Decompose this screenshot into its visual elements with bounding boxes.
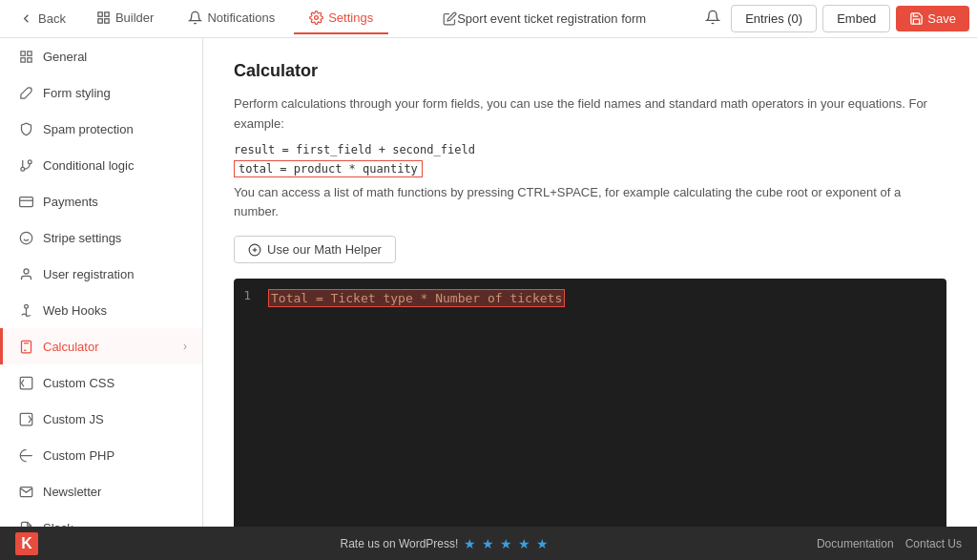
top-nav: Back Builder Notifications Settings Spor… bbox=[0, 0, 977, 38]
sidebar-item-calculator[interactable]: Calculator › bbox=[0, 328, 202, 364]
sidebar-label-form-styling: Form styling bbox=[43, 86, 111, 100]
footer-logo-area: K bbox=[15, 532, 73, 555]
editor-code: Total = Ticket type * Number of tickets bbox=[260, 288, 946, 307]
svg-rect-7 bbox=[20, 57, 24, 61]
sidebar-item-web-hooks[interactable]: Web Hooks bbox=[0, 292, 202, 328]
back-button[interactable]: Back bbox=[8, 7, 77, 31]
main-layout: General Form styling Spam protection Con… bbox=[0, 38, 977, 527]
notifications-tab[interactable]: Notifications bbox=[173, 3, 290, 34]
sidebar-item-spam-protection[interactable]: Spam protection bbox=[0, 111, 202, 147]
svg-point-10 bbox=[28, 159, 31, 163]
settings-label: Settings bbox=[328, 10, 373, 25]
star-1: ★ bbox=[464, 536, 476, 551]
card-icon bbox=[18, 194, 33, 209]
sidebar-item-custom-js[interactable]: Custom JS bbox=[0, 401, 202, 437]
sidebar-item-form-styling[interactable]: Form styling bbox=[0, 74, 202, 111]
svg-point-17 bbox=[24, 268, 29, 273]
sidebar-item-conditional-logic[interactable]: Conditional logic bbox=[0, 147, 202, 183]
svg-rect-0 bbox=[98, 12, 102, 16]
description-text: Perform calculations through your form f… bbox=[234, 94, 946, 135]
math-helper-label: Use our Math Helper bbox=[267, 242, 382, 257]
sidebar-label-custom-js: Custom JS bbox=[43, 412, 104, 426]
sidebar-label-general: General bbox=[43, 50, 87, 64]
notifications-label: Notifications bbox=[207, 10, 275, 25]
builder-label: Builder bbox=[115, 10, 154, 25]
sidebar-label-web-hooks: Web Hooks bbox=[43, 303, 107, 318]
sidebar-item-user-registration[interactable]: User registration bbox=[0, 256, 202, 292]
code-line-2-highlighted: total = product * quantity bbox=[234, 160, 423, 177]
line-number-1: 1 bbox=[234, 288, 260, 307]
save-button[interactable]: Save bbox=[896, 6, 969, 31]
form-title-area: Sport event ticket registration form bbox=[392, 11, 696, 26]
back-label: Back bbox=[38, 11, 66, 26]
svg-rect-12 bbox=[19, 197, 32, 206]
editor-inner: 1 Total = Ticket type * Number of ticket… bbox=[234, 279, 946, 317]
entries-button[interactable]: Entries (0) bbox=[731, 5, 817, 32]
code-example-2: total = product * quantity bbox=[234, 160, 946, 177]
svg-rect-8 bbox=[27, 57, 31, 61]
svg-rect-5 bbox=[20, 51, 24, 54]
description-text-2: You can access a list of math functions … bbox=[234, 183, 946, 223]
alert-icon[interactable] bbox=[700, 5, 725, 32]
footer-center: Rate us on WordPress! ★ ★ ★ ★ ★ bbox=[341, 536, 550, 551]
sidebar-label-custom-css: Custom CSS bbox=[43, 376, 114, 390]
sidebar-label-payments: Payments bbox=[43, 195, 98, 209]
svg-point-14 bbox=[20, 232, 32, 244]
code-example-1: result = first_field + second_field bbox=[234, 142, 946, 156]
sidebar-item-slack[interactable]: Slack bbox=[0, 509, 202, 527]
sidebar-item-stripe-settings[interactable]: Stripe settings bbox=[0, 219, 202, 256]
footer: K Rate us on WordPress! ★ ★ ★ ★ ★ Docume… bbox=[0, 527, 977, 560]
sidebar-label-user-registration: User registration bbox=[43, 267, 134, 281]
nav-right: Entries (0) Embed Save bbox=[700, 5, 969, 32]
builder-tab[interactable]: Builder bbox=[81, 3, 169, 34]
css-icon bbox=[18, 375, 33, 390]
sidebar-label-conditional-logic: Conditional logic bbox=[43, 158, 134, 173]
star-2: ★ bbox=[482, 536, 494, 551]
star-3: ★ bbox=[500, 536, 512, 551]
sidebar-item-custom-css[interactable]: Custom CSS bbox=[0, 364, 202, 401]
footer-right: Documentation Contact Us bbox=[817, 537, 962, 550]
svg-rect-3 bbox=[105, 19, 109, 23]
brush-icon bbox=[18, 85, 33, 100]
svg-point-18 bbox=[24, 304, 28, 308]
content-area: Calculator Perform calculations through … bbox=[203, 38, 977, 527]
math-helper-button[interactable]: Use our Math Helper bbox=[234, 236, 396, 263]
sidebar-label-calculator: Calculator bbox=[43, 340, 99, 354]
php-icon bbox=[18, 447, 33, 463]
sidebar-label-custom-php: Custom PHP bbox=[43, 448, 114, 463]
rate-text: Rate us on WordPress! bbox=[341, 537, 459, 550]
embed-button[interactable]: Embed bbox=[822, 5, 890, 32]
page-title: Calculator bbox=[234, 61, 946, 81]
contact-us-link[interactable]: Contact Us bbox=[905, 537, 962, 550]
code-editor[interactable]: 1 Total = Ticket type * Number of ticket… bbox=[234, 279, 946, 527]
sidebar-label-spam-protection: Spam protection bbox=[43, 122, 134, 136]
anchor-icon bbox=[18, 302, 33, 318]
sidebar: General Form styling Spam protection Con… bbox=[0, 38, 203, 527]
sidebar-item-general[interactable]: General bbox=[0, 38, 202, 74]
star-5: ★ bbox=[536, 536, 549, 551]
mail-icon bbox=[18, 484, 33, 499]
slack-icon bbox=[18, 520, 33, 527]
sidebar-label-stripe-settings: Stripe settings bbox=[43, 231, 121, 245]
sidebar-item-payments[interactable]: Payments bbox=[0, 183, 202, 219]
git-branch-icon bbox=[18, 157, 33, 173]
svg-rect-2 bbox=[98, 19, 102, 23]
code-editor-text: Total = Ticket type * Number of tickets bbox=[268, 289, 565, 307]
chevron-right-icon: › bbox=[183, 340, 187, 353]
star-4: ★ bbox=[518, 536, 530, 551]
sidebar-item-newsletter[interactable]: Newsletter bbox=[0, 473, 202, 509]
grid-icon bbox=[18, 49, 33, 64]
js-icon bbox=[18, 411, 33, 426]
entries-label: Entries (0) bbox=[745, 11, 802, 26]
shield-icon bbox=[18, 121, 33, 136]
code-editor-line-1: Total = Ticket type * Number of tickets bbox=[268, 288, 939, 307]
svg-rect-6 bbox=[27, 51, 31, 54]
settings-tab[interactable]: Settings bbox=[294, 3, 388, 34]
code-line-1: result = first_field + second_field bbox=[234, 143, 475, 156]
form-title: Sport event ticket registration form bbox=[457, 11, 646, 26]
user-icon bbox=[18, 266, 33, 281]
svg-point-4 bbox=[315, 16, 319, 20]
embed-label: Embed bbox=[837, 11, 876, 26]
documentation-link[interactable]: Documentation bbox=[817, 537, 894, 550]
sidebar-item-custom-php[interactable]: Custom PHP bbox=[0, 437, 202, 473]
